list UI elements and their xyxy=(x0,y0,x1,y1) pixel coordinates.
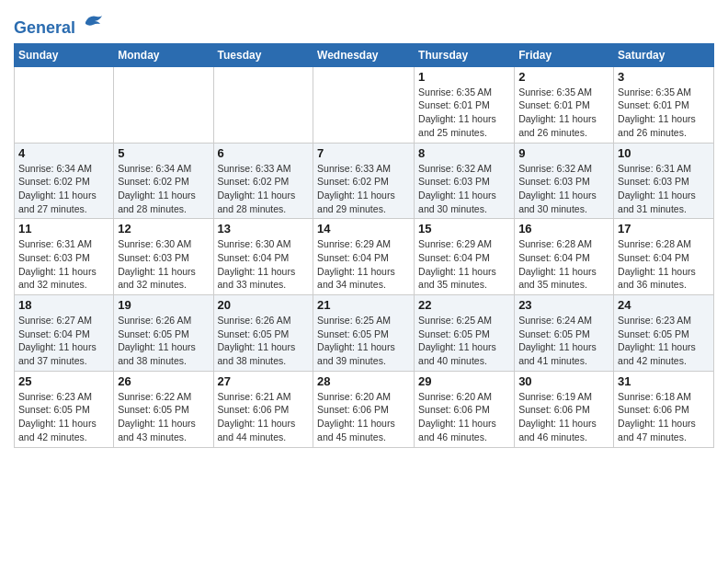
day-number: 13 xyxy=(218,222,310,236)
calendar-week-row: 11Sunrise: 6:31 AM Sunset: 6:03 PM Dayli… xyxy=(15,219,714,295)
day-info: Sunrise: 6:34 AM Sunset: 6:02 PM Dayligh… xyxy=(118,162,209,216)
day-info: Sunrise: 6:30 AM Sunset: 6:03 PM Dayligh… xyxy=(118,237,209,292)
day-number: 15 xyxy=(418,222,510,236)
day-number: 3 xyxy=(618,70,710,84)
calendar-cell xyxy=(213,66,313,143)
weekday-header-tuesday: Tuesday xyxy=(213,43,313,66)
day-number: 10 xyxy=(618,146,710,160)
day-number: 24 xyxy=(618,298,710,312)
logo-bird-icon xyxy=(82,11,104,33)
day-info: Sunrise: 6:23 AM Sunset: 6:05 PM Dayligh… xyxy=(618,314,710,368)
day-info: Sunrise: 6:32 AM Sunset: 6:03 PM Dayligh… xyxy=(418,162,510,216)
day-info: Sunrise: 6:23 AM Sunset: 6:05 PM Dayligh… xyxy=(18,390,109,444)
calendar-cell: 20Sunrise: 6:26 AM Sunset: 6:05 PM Dayli… xyxy=(213,295,313,372)
day-info: Sunrise: 6:19 AM Sunset: 6:06 PM Dayligh… xyxy=(518,390,609,444)
calendar-week-row: 4Sunrise: 6:34 AM Sunset: 6:02 PM Daylig… xyxy=(15,143,714,219)
weekday-header-wednesday: Wednesday xyxy=(313,43,415,66)
calendar-week-row: 1Sunrise: 6:35 AM Sunset: 6:01 PM Daylig… xyxy=(15,66,714,143)
calendar-cell: 3Sunrise: 6:35 AM Sunset: 6:01 PM Daylig… xyxy=(614,66,714,143)
weekday-header-saturday: Saturday xyxy=(614,43,714,66)
calendar-cell: 31Sunrise: 6:18 AM Sunset: 6:06 PM Dayli… xyxy=(614,371,714,447)
calendar-cell: 5Sunrise: 6:34 AM Sunset: 6:02 PM Daylig… xyxy=(114,143,213,219)
day-number: 2 xyxy=(518,70,609,84)
day-number: 5 xyxy=(118,146,209,160)
day-number: 27 xyxy=(218,374,310,388)
day-info: Sunrise: 6:35 AM Sunset: 6:01 PM Dayligh… xyxy=(418,86,510,140)
weekday-header-friday: Friday xyxy=(515,43,614,66)
calendar-cell: 23Sunrise: 6:24 AM Sunset: 6:05 PM Dayli… xyxy=(515,295,614,372)
day-number: 29 xyxy=(418,374,510,388)
calendar-cell: 29Sunrise: 6:20 AM Sunset: 6:06 PM Dayli… xyxy=(415,371,515,447)
day-info: Sunrise: 6:33 AM Sunset: 6:02 PM Dayligh… xyxy=(218,162,310,216)
day-number: 14 xyxy=(317,222,410,236)
logo-text: General xyxy=(14,15,104,38)
day-number: 7 xyxy=(317,146,410,160)
day-number: 1 xyxy=(418,70,510,84)
day-info: Sunrise: 6:28 AM Sunset: 6:04 PM Dayligh… xyxy=(518,237,609,292)
day-info: Sunrise: 6:24 AM Sunset: 6:05 PM Dayligh… xyxy=(518,314,609,368)
day-number: 25 xyxy=(18,374,109,388)
day-info: Sunrise: 6:33 AM Sunset: 6:02 PM Dayligh… xyxy=(317,162,410,216)
day-info: Sunrise: 6:20 AM Sunset: 6:06 PM Dayligh… xyxy=(317,390,410,444)
calendar-cell xyxy=(15,66,114,143)
day-info: Sunrise: 6:35 AM Sunset: 6:01 PM Dayligh… xyxy=(518,86,609,140)
calendar-cell: 24Sunrise: 6:23 AM Sunset: 6:05 PM Dayli… xyxy=(614,295,714,372)
day-info: Sunrise: 6:25 AM Sunset: 6:05 PM Dayligh… xyxy=(418,314,510,368)
calendar-cell: 28Sunrise: 6:20 AM Sunset: 6:06 PM Dayli… xyxy=(313,371,415,447)
page-header: General xyxy=(14,9,714,36)
calendar-cell: 6Sunrise: 6:33 AM Sunset: 6:02 PM Daylig… xyxy=(213,143,313,219)
day-number: 18 xyxy=(18,298,109,312)
weekday-header-thursday: Thursday xyxy=(415,43,515,66)
calendar-cell: 9Sunrise: 6:32 AM Sunset: 6:03 PM Daylig… xyxy=(515,143,614,219)
calendar-cell: 13Sunrise: 6:30 AM Sunset: 6:04 PM Dayli… xyxy=(213,219,313,295)
calendar-cell: 10Sunrise: 6:31 AM Sunset: 6:03 PM Dayli… xyxy=(614,143,714,219)
day-number: 19 xyxy=(118,298,209,312)
calendar-cell: 11Sunrise: 6:31 AM Sunset: 6:03 PM Dayli… xyxy=(15,219,114,295)
calendar-cell: 19Sunrise: 6:26 AM Sunset: 6:05 PM Dayli… xyxy=(114,295,213,372)
calendar-cell: 22Sunrise: 6:25 AM Sunset: 6:05 PM Dayli… xyxy=(415,295,515,372)
day-number: 20 xyxy=(218,298,310,312)
day-info: Sunrise: 6:29 AM Sunset: 6:04 PM Dayligh… xyxy=(317,237,410,292)
day-number: 9 xyxy=(518,146,609,160)
calendar-cell: 26Sunrise: 6:22 AM Sunset: 6:05 PM Dayli… xyxy=(114,371,213,447)
calendar-cell: 7Sunrise: 6:33 AM Sunset: 6:02 PM Daylig… xyxy=(313,143,415,219)
calendar-cell: 27Sunrise: 6:21 AM Sunset: 6:06 PM Dayli… xyxy=(213,371,313,447)
calendar-cell: 17Sunrise: 6:28 AM Sunset: 6:04 PM Dayli… xyxy=(614,219,714,295)
day-number: 12 xyxy=(118,222,209,236)
day-number: 26 xyxy=(118,374,209,388)
calendar-cell: 16Sunrise: 6:28 AM Sunset: 6:04 PM Dayli… xyxy=(515,219,614,295)
day-info: Sunrise: 6:26 AM Sunset: 6:05 PM Dayligh… xyxy=(118,314,209,368)
day-info: Sunrise: 6:20 AM Sunset: 6:06 PM Dayligh… xyxy=(418,390,510,444)
day-info: Sunrise: 6:32 AM Sunset: 6:03 PM Dayligh… xyxy=(518,162,609,216)
day-info: Sunrise: 6:18 AM Sunset: 6:06 PM Dayligh… xyxy=(618,390,710,444)
day-number: 8 xyxy=(418,146,510,160)
day-info: Sunrise: 6:29 AM Sunset: 6:04 PM Dayligh… xyxy=(418,237,510,292)
day-info: Sunrise: 6:27 AM Sunset: 6:04 PM Dayligh… xyxy=(18,314,109,368)
weekday-header-monday: Monday xyxy=(114,43,213,66)
day-info: Sunrise: 6:31 AM Sunset: 6:03 PM Dayligh… xyxy=(18,237,109,292)
calendar-cell: 4Sunrise: 6:34 AM Sunset: 6:02 PM Daylig… xyxy=(15,143,114,219)
day-number: 16 xyxy=(518,222,609,236)
calendar-cell xyxy=(114,66,213,143)
day-number: 30 xyxy=(518,374,609,388)
day-info: Sunrise: 6:22 AM Sunset: 6:05 PM Dayligh… xyxy=(118,390,209,444)
day-number: 31 xyxy=(618,374,710,388)
calendar-cell xyxy=(313,66,415,143)
calendar-cell: 1Sunrise: 6:35 AM Sunset: 6:01 PM Daylig… xyxy=(415,66,515,143)
weekday-header-row: SundayMondayTuesdayWednesdayThursdayFrid… xyxy=(15,43,714,66)
calendar-cell: 15Sunrise: 6:29 AM Sunset: 6:04 PM Dayli… xyxy=(415,219,515,295)
day-number: 28 xyxy=(317,374,410,388)
day-number: 11 xyxy=(18,222,109,236)
calendar-cell: 30Sunrise: 6:19 AM Sunset: 6:06 PM Dayli… xyxy=(515,371,614,447)
day-number: 4 xyxy=(18,146,109,160)
calendar-cell: 21Sunrise: 6:25 AM Sunset: 6:05 PM Dayli… xyxy=(313,295,415,372)
day-number: 23 xyxy=(518,298,609,312)
day-info: Sunrise: 6:21 AM Sunset: 6:06 PM Dayligh… xyxy=(218,390,310,444)
day-info: Sunrise: 6:26 AM Sunset: 6:05 PM Dayligh… xyxy=(218,314,310,368)
calendar-week-row: 25Sunrise: 6:23 AM Sunset: 6:05 PM Dayli… xyxy=(15,371,714,447)
calendar-cell: 12Sunrise: 6:30 AM Sunset: 6:03 PM Dayli… xyxy=(114,219,213,295)
day-info: Sunrise: 6:28 AM Sunset: 6:04 PM Dayligh… xyxy=(618,237,710,292)
day-number: 6 xyxy=(218,146,310,160)
day-number: 21 xyxy=(317,298,410,312)
day-info: Sunrise: 6:34 AM Sunset: 6:02 PM Dayligh… xyxy=(18,162,109,216)
